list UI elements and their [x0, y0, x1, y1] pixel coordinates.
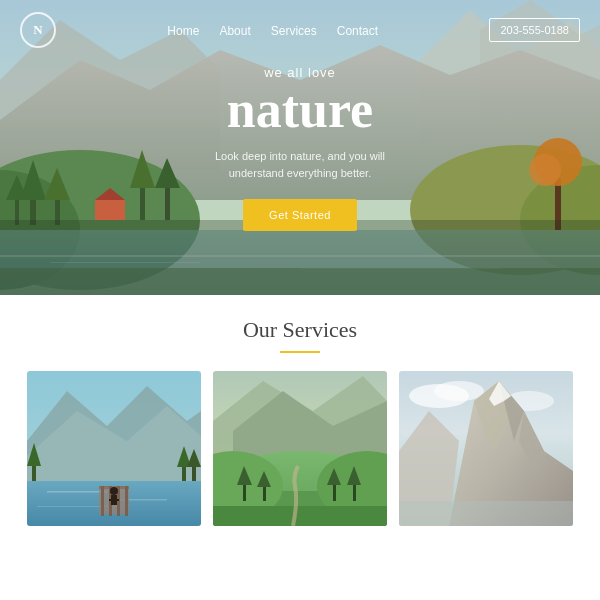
logo[interactable]: N [20, 12, 56, 48]
hero-content: we all love nature Look deep into nature… [200, 64, 400, 230]
navbar: N Home About Services Contact 203-555-01… [0, 0, 600, 60]
nav-contact[interactable]: Contact [337, 24, 378, 38]
svg-rect-19 [95, 200, 125, 220]
svg-point-70 [434, 381, 484, 401]
nav-about[interactable]: About [219, 24, 250, 38]
svg-rect-45 [101, 486, 104, 516]
svg-rect-78 [399, 501, 573, 526]
service-card-1[interactable] [27, 371, 201, 526]
service-card-3[interactable] [399, 371, 573, 526]
phone-number[interactable]: 203-555-0188 [489, 18, 580, 42]
svg-rect-51 [109, 499, 119, 501]
svg-point-27 [529, 154, 561, 186]
hero-subtitle: we all love [200, 64, 400, 79]
svg-rect-40 [47, 491, 107, 493]
service-card-2[interactable] [213, 371, 387, 526]
svg-rect-29 [0, 220, 600, 295]
services-section: Our Services [0, 295, 600, 546]
svg-rect-48 [125, 486, 128, 516]
svg-point-49 [110, 487, 118, 495]
nav-services[interactable]: Services [271, 24, 317, 38]
get-started-button[interactable]: Get Started [243, 199, 357, 231]
svg-rect-59 [213, 506, 387, 526]
services-divider [280, 351, 320, 353]
nav-home[interactable]: Home [167, 24, 199, 38]
services-title: Our Services [20, 317, 580, 343]
services-grid [20, 371, 580, 526]
hero-section: N Home About Services Contact 203-555-01… [0, 0, 600, 295]
nav-links: Home About Services Contact [167, 21, 378, 39]
logo-letter: N [33, 22, 42, 38]
hero-description: Look deep into nature, and you will unde… [200, 147, 400, 182]
hero-title: nature [200, 83, 400, 135]
